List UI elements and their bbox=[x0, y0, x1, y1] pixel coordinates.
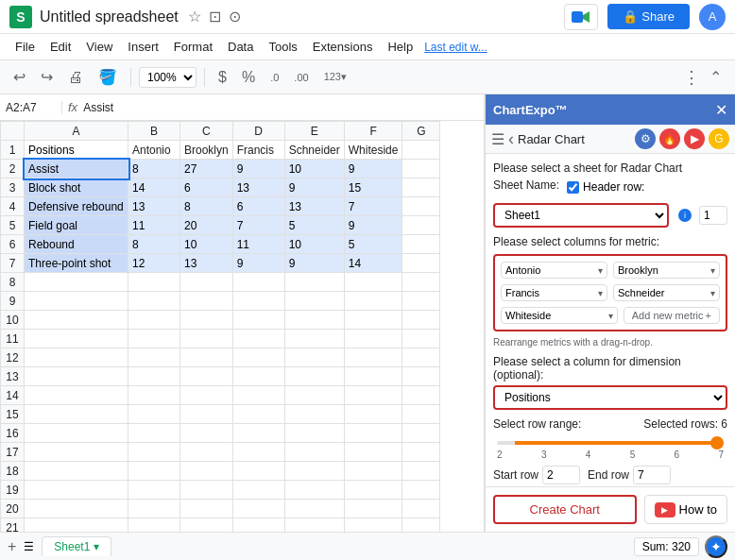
menu-format[interactable]: Format bbox=[166, 38, 220, 56]
table-row[interactable]: 9 bbox=[1, 292, 440, 311]
cell[interactable]: 11 bbox=[128, 216, 180, 235]
fire-icon[interactable]: 🔥 bbox=[659, 128, 680, 149]
cell[interactable] bbox=[180, 386, 233, 405]
cell[interactable]: 10 bbox=[180, 235, 233, 254]
menu-insert[interactable]: Insert bbox=[120, 38, 166, 56]
row-header-13[interactable]: 13 bbox=[1, 367, 25, 386]
header-row-checkbox[interactable] bbox=[567, 181, 579, 194]
cell[interactable] bbox=[232, 481, 284, 500]
user-avatar[interactable]: A bbox=[699, 4, 726, 30]
cell[interactable] bbox=[344, 424, 402, 443]
cell[interactable] bbox=[180, 481, 233, 500]
cell[interactable]: 7 bbox=[344, 197, 402, 216]
sheet-name-select[interactable]: Sheet1 bbox=[493, 203, 669, 228]
cell[interactable]: Assist bbox=[25, 160, 128, 178]
sum-button[interactable]: Sum: 320 bbox=[634, 537, 699, 556]
cell[interactable] bbox=[25, 367, 128, 386]
cell[interactable] bbox=[180, 462, 233, 481]
decimal-increase-button[interactable]: .00 bbox=[288, 68, 314, 87]
meet-button[interactable] bbox=[564, 4, 598, 30]
cell[interactable] bbox=[128, 481, 180, 500]
table-row[interactable]: 3Block shot14613915 bbox=[1, 178, 440, 197]
cell[interactable] bbox=[25, 386, 128, 405]
cell[interactable] bbox=[180, 367, 233, 386]
cell[interactable]: 6 bbox=[180, 178, 233, 197]
cell[interactable] bbox=[402, 386, 440, 405]
zoom-select[interactable]: 100% bbox=[139, 67, 197, 88]
cell[interactable] bbox=[284, 273, 344, 292]
formula-input[interactable] bbox=[83, 101, 478, 114]
cell[interactable] bbox=[284, 367, 344, 386]
cell[interactable] bbox=[180, 273, 233, 292]
cell[interactable] bbox=[128, 405, 180, 424]
number-format-button[interactable]: 123▾ bbox=[318, 67, 352, 87]
cell[interactable] bbox=[180, 518, 233, 533]
cell[interactable]: 8 bbox=[128, 235, 180, 254]
row-header-6[interactable]: 6 bbox=[1, 235, 25, 254]
percent-button[interactable]: % bbox=[236, 65, 261, 90]
cell[interactable] bbox=[128, 292, 180, 311]
row-header-17[interactable]: 17 bbox=[1, 443, 25, 462]
cell[interactable]: 13 bbox=[180, 254, 233, 273]
row-header-4[interactable]: 4 bbox=[1, 197, 25, 216]
cell[interactable] bbox=[128, 462, 180, 481]
cell[interactable]: 9 bbox=[344, 160, 402, 178]
cell[interactable] bbox=[284, 443, 344, 462]
cell[interactable]: 12 bbox=[128, 254, 180, 273]
table-row[interactable]: 19 bbox=[1, 481, 440, 500]
more-toolbar-button[interactable]: ⋮ bbox=[683, 67, 700, 88]
cell[interactable] bbox=[232, 348, 284, 367]
end-row-input[interactable] bbox=[633, 466, 671, 484]
dimension-select[interactable]: Positions bbox=[495, 387, 726, 408]
cell[interactable] bbox=[402, 330, 440, 348]
cell[interactable]: 5 bbox=[344, 235, 402, 254]
table-row[interactable]: 10 bbox=[1, 311, 440, 330]
cell[interactable] bbox=[180, 330, 233, 348]
table-row[interactable]: 20 bbox=[1, 500, 440, 518]
cell[interactable] bbox=[284, 330, 344, 348]
cell[interactable]: 9 bbox=[284, 254, 344, 273]
cell[interactable] bbox=[284, 518, 344, 533]
cell[interactable]: 9 bbox=[232, 160, 284, 178]
start-row-input[interactable] bbox=[542, 466, 580, 484]
cell[interactable]: 6 bbox=[232, 197, 284, 216]
cell[interactable] bbox=[128, 311, 180, 330]
cell[interactable]: Three-point shot bbox=[25, 254, 128, 273]
table-row[interactable]: 11 bbox=[1, 330, 440, 348]
cell[interactable]: 7 bbox=[232, 216, 284, 235]
cell[interactable]: 10 bbox=[284, 160, 344, 178]
last-edit-link[interactable]: Last edit w... bbox=[424, 41, 487, 54]
cell[interactable]: 9 bbox=[232, 254, 284, 273]
header-row-input[interactable] bbox=[699, 206, 727, 225]
cell[interactable] bbox=[344, 367, 402, 386]
cell[interactable] bbox=[232, 292, 284, 311]
cell[interactable] bbox=[180, 424, 233, 443]
cell[interactable]: 13 bbox=[284, 197, 344, 216]
cell[interactable]: Brooklyn bbox=[180, 141, 233, 160]
table-row[interactable]: 14 bbox=[1, 386, 440, 405]
sheet-info-icon[interactable]: i bbox=[678, 209, 692, 222]
row-header-14[interactable]: 14 bbox=[1, 386, 25, 405]
cell[interactable] bbox=[344, 443, 402, 462]
cell[interactable] bbox=[344, 348, 402, 367]
menu-data[interactable]: Data bbox=[220, 38, 261, 56]
cell[interactable] bbox=[344, 405, 402, 424]
paint-format-button[interactable]: 🪣 bbox=[93, 64, 123, 90]
menu-extensions[interactable]: Extensions bbox=[305, 38, 381, 56]
cell[interactable] bbox=[180, 500, 233, 518]
sheet1-tab[interactable]: Sheet1 ▾ bbox=[42, 536, 111, 556]
row-header-9[interactable]: 9 bbox=[1, 292, 25, 311]
cell[interactable] bbox=[180, 311, 233, 330]
cell[interactable] bbox=[180, 348, 233, 367]
cell[interactable] bbox=[232, 518, 284, 533]
cell[interactable] bbox=[402, 348, 440, 367]
cell[interactable] bbox=[284, 386, 344, 405]
cell[interactable] bbox=[402, 292, 440, 311]
youtube-icon[interactable]: ▶ bbox=[684, 128, 705, 149]
cell[interactable] bbox=[402, 141, 440, 160]
cell[interactable] bbox=[402, 216, 440, 235]
cell[interactable] bbox=[344, 386, 402, 405]
row-header-10[interactable]: 10 bbox=[1, 311, 25, 330]
cell[interactable] bbox=[402, 235, 440, 254]
cell[interactable]: Antonio bbox=[128, 141, 180, 160]
